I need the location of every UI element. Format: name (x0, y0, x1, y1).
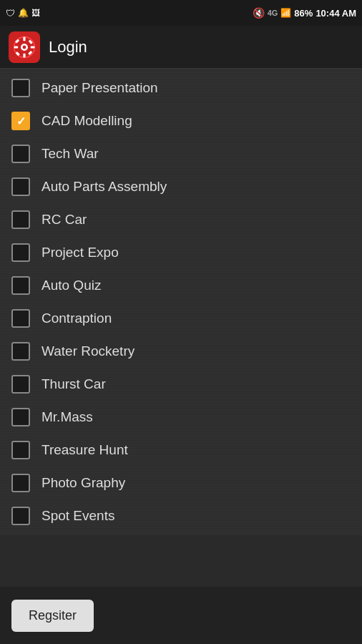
checkbox-0[interactable]: ✓ (11, 79, 30, 97)
svg-point-2 (23, 45, 26, 49)
item-label: Project Expo (41, 245, 119, 260)
checkbox-1[interactable]: ✓ (11, 112, 30, 130)
register-button[interactable]: Regsiter (11, 600, 94, 632)
list-item[interactable]: ✓Auto Parts Assembly (0, 170, 362, 203)
item-label: Contraption (41, 311, 112, 326)
checkbox-13[interactable]: ✓ (11, 507, 30, 525)
checkbox-8[interactable]: ✓ (11, 342, 30, 361)
list-item[interactable]: ✓Spot Events (0, 499, 362, 532)
item-label: Paper Presentation (41, 80, 158, 96)
shield-icon: 🛡 (6, 8, 15, 19)
battery-level: 86% (294, 8, 313, 19)
status-right-info: 🔇 4G 📶 86% 10:44 AM (253, 7, 356, 19)
checkbox-9[interactable]: ✓ (11, 375, 30, 394)
svg-rect-6 (31, 46, 35, 48)
network-icon: 4G (268, 9, 278, 17)
item-label: Auto Quiz (41, 278, 101, 293)
list-item[interactable]: ✓Project Expo (0, 236, 362, 269)
checkbox-7[interactable]: ✓ (11, 309, 30, 328)
item-label: Auto Parts Assembly (41, 179, 167, 195)
mute-icon: 🔇 (253, 7, 265, 19)
list-item[interactable]: ✓Contraption (0, 302, 362, 335)
item-label: Spot Events (41, 508, 114, 524)
app-logo (9, 31, 40, 63)
status-bar: 🛡 🔔 🖼 🔇 4G 📶 86% 10:44 AM (0, 0, 362, 26)
item-label: Thurst Car (41, 376, 106, 392)
signal-bars: 📶 (280, 8, 291, 18)
item-label: Mr.Mass (41, 409, 93, 425)
checkbox-10[interactable]: ✓ (11, 408, 30, 426)
checkbox-11[interactable]: ✓ (11, 441, 30, 459)
list-item[interactable]: ✓Water Rocketry (0, 335, 362, 368)
list-item[interactable]: ✓Thurst Car (0, 368, 362, 401)
item-label: Treasure Hunt (41, 442, 128, 458)
checkbox-2[interactable]: ✓ (11, 145, 30, 163)
checkbox-12[interactable]: ✓ (11, 474, 30, 492)
svg-rect-4 (23, 53, 25, 57)
gear-logo-svg (13, 36, 36, 59)
image-icon: 🖼 (31, 8, 40, 18)
list-item[interactable]: ✓Paper Presentation (0, 72, 362, 104)
notification-icon: 🔔 (18, 8, 29, 18)
checkmark-icon: ✓ (16, 114, 26, 128)
time-display: 10:44 AM (315, 8, 356, 19)
list-item[interactable]: ✓Tech War (0, 137, 362, 170)
list-item[interactable]: ✓RC Car (0, 203, 362, 236)
checkbox-5[interactable]: ✓ (11, 243, 30, 262)
checkbox-3[interactable]: ✓ (11, 177, 30, 196)
svg-rect-3 (23, 36, 25, 41)
item-label: Tech War (41, 146, 99, 162)
list-item[interactable]: ✓CAD Modelling (0, 104, 362, 137)
list-item[interactable]: ✓Photo Graphy (0, 467, 362, 499)
list-item[interactable]: ✓Treasure Hunt (0, 434, 362, 467)
checkbox-4[interactable]: ✓ (11, 210, 30, 229)
list-item[interactable]: ✓Auto Quiz (0, 269, 362, 302)
item-label: CAD Modelling (41, 113, 132, 129)
bottom-area: Regsiter (0, 587, 362, 644)
checkbox-list: ✓Paper Presentation✓CAD Modelling✓Tech W… (0, 69, 362, 535)
checkbox-6[interactable]: ✓ (11, 276, 30, 295)
item-label: Photo Graphy (41, 475, 125, 491)
status-left-icons: 🛡 🔔 🖼 (6, 8, 40, 19)
svg-rect-5 (14, 46, 19, 48)
list-item[interactable]: ✓Mr.Mass (0, 401, 362, 434)
header-title: Login (49, 38, 87, 57)
app-header: Login (0, 26, 362, 69)
item-label: Water Rocketry (41, 343, 134, 359)
item-label: RC Car (41, 212, 87, 228)
